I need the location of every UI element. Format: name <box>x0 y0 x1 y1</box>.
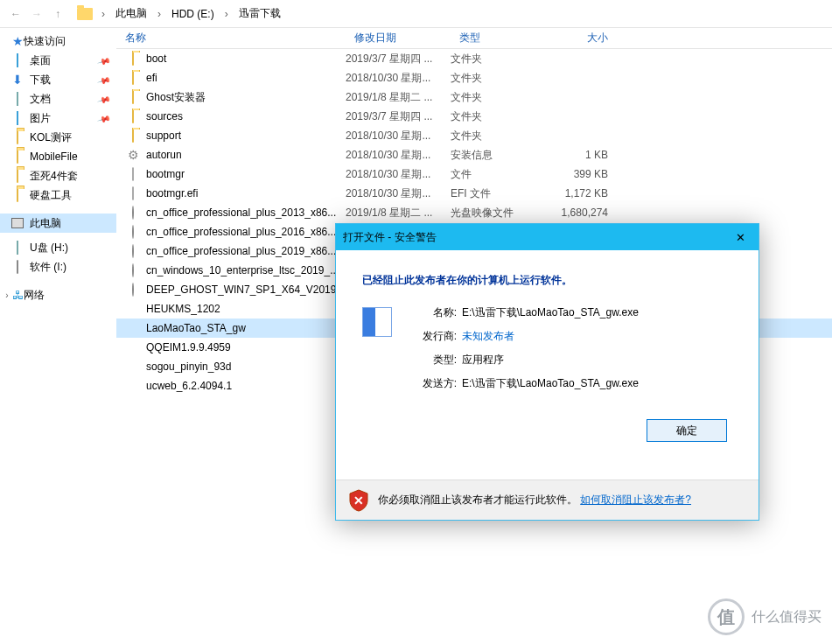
file-name: sogou_pinyin_93d <box>146 360 231 373</box>
crumb-folder[interactable]: 迅雷下载 <box>235 4 284 23</box>
star-icon: ★ <box>12 34 24 48</box>
doc-icon <box>10 92 24 106</box>
file-row[interactable]: efi2018/10/30 星期...文件夹 <box>116 68 832 88</box>
sidebar-item[interactable]: KOL测评 <box>0 128 116 147</box>
close-button[interactable]: ✕ <box>729 228 752 246</box>
crumb-thispc[interactable]: 此电脑 <box>112 4 150 23</box>
file-row[interactable]: cn_office_professional_plus_2013_x86...2… <box>116 203 832 222</box>
sidebar-item-drive[interactable]: 软件 (I:) <box>0 257 116 276</box>
sidebar-label: 歪死4件套 <box>30 169 78 184</box>
value-publisher[interactable]: 未知发布者 <box>457 329 732 344</box>
zip-icon <box>125 301 141 317</box>
folder-icon <box>125 128 141 144</box>
file-size: 1,172 KB <box>547 187 626 200</box>
sidebar-label: 软件 (I:) <box>30 260 66 275</box>
file-name: QQEIM1.9.9.4959 <box>146 341 231 354</box>
sidebar-item[interactable]: 歪死4件套 <box>0 166 116 186</box>
network-icon: 🖧 <box>12 289 24 302</box>
file-row[interactable]: Ghost安装器2019/1/8 星期二 ...文件夹 <box>116 88 832 107</box>
disc-icon <box>132 264 134 276</box>
file-type: 文件夹 <box>451 129 547 144</box>
red-icon <box>125 340 141 355</box>
pin-icon: 📌 <box>97 111 111 125</box>
value-from: E:\迅雷下载\LaoMaoTao_STA_gw.exe <box>457 376 732 391</box>
file-date: 2019/1/8 星期二 ... <box>346 206 451 220</box>
folder-icon <box>10 188 24 202</box>
globe-icon <box>125 320 141 336</box>
pc-icon <box>10 216 24 230</box>
dialog-heading: 已经阻止此发布者在你的计算机上运行软件。 <box>362 273 732 288</box>
sidebar-item[interactable]: ⬇下载📌 <box>0 70 116 89</box>
value-name: E:\迅雷下载\LaoMaoTao_STA_gw.exe <box>457 305 732 320</box>
file-date: 2019/3/7 星期四 ... <box>346 52 451 66</box>
crumb-drive[interactable]: HDD (E:) <box>168 6 218 22</box>
file-row[interactable]: boot2019/3/7 星期四 ...文件夹 <box>116 49 832 68</box>
file-type: 安装信息 <box>451 148 547 163</box>
sidebar-item[interactable]: 桌面📌 <box>0 51 116 70</box>
folder-icon <box>17 189 18 201</box>
drive-icon <box>17 261 18 273</box>
nav-back[interactable]: ← <box>5 4 26 24</box>
nav-up[interactable]: ↑ <box>47 4 68 24</box>
col-name[interactable]: 名称 <box>116 31 346 46</box>
sidebar-label: 桌面 <box>30 53 51 68</box>
folder-icon <box>10 169 24 183</box>
address-bar: ← → ↑ › 此电脑 › HDD (E:) › 迅雷下载 <box>0 0 832 28</box>
watermark-icon: 值 <box>708 598 745 635</box>
security-warning-dialog: 打开文件 - 安全警告 ✕ 已经阻止此发布者在你的计算机上运行软件。 名称:E:… <box>335 223 759 521</box>
nav-fwd[interactable]: → <box>26 4 47 24</box>
pic-icon <box>17 112 18 124</box>
sidebar-item-network[interactable]: › 🖧 网络 <box>0 285 116 304</box>
file-row[interactable]: bootmgr.efi2018/10/30 星期...EFI 文件1,172 K… <box>116 184 832 203</box>
file-row[interactable]: ⚙autorun2018/10/30 星期...安装信息1 KB <box>116 145 832 164</box>
folder-icon <box>132 52 134 65</box>
disc-icon <box>125 243 141 259</box>
file-name: bootmgr <box>146 168 185 180</box>
footer-link[interactable]: 如何取消阻止该发布者? <box>580 494 691 506</box>
folder-icon <box>132 130 134 142</box>
sidebar-label: 网络 <box>24 288 45 303</box>
file-row[interactable]: bootmgr2018/10/30 星期...文件399 KB <box>116 164 832 184</box>
label-name: 名称: <box>409 305 457 320</box>
usb-icon <box>10 241 24 255</box>
col-type[interactable]: 类型 <box>451 31 547 46</box>
quick-access-group[interactable]: ★ 快速访问 <box>0 32 116 51</box>
sidebar-item[interactable]: MobileFile <box>0 147 116 166</box>
footer-text: 你必须取消阻止该发布者才能运行此软件。 <box>378 494 577 506</box>
usb-icon <box>17 242 18 254</box>
col-size[interactable]: 大小 <box>547 31 626 46</box>
folder-icon <box>125 89 141 105</box>
file-date: 2018/10/30 星期... <box>346 129 451 144</box>
dialog-titlebar[interactable]: 打开文件 - 安全警告 ✕ <box>336 224 759 250</box>
disc-icon <box>125 224 141 240</box>
file-name: boot <box>146 52 166 65</box>
sidebar-item-thispc[interactable]: 此电脑 <box>0 214 116 233</box>
file-date: 2018/10/30 星期... <box>346 148 451 163</box>
sidebar-item[interactable]: 图片📌 <box>0 108 116 128</box>
sidebar-item[interactable]: 文档📌 <box>0 89 116 108</box>
sidebar-item-drive[interactable]: U盘 (H:) <box>0 238 116 257</box>
file-name: LaoMaoTao_STA_gw <box>146 322 246 334</box>
column-headers[interactable]: 名称 修改日期 类型 大小 <box>116 28 832 49</box>
file-type: 文件夹 <box>451 109 547 124</box>
watermark-text: 什么值得买 <box>752 608 822 626</box>
breadcrumb[interactable]: › 此电脑 › HDD (E:) › 迅雷下载 <box>77 4 284 23</box>
dialog-title: 打开文件 - 安全警告 <box>343 230 437 245</box>
disc-icon <box>125 205 141 220</box>
file-row[interactable]: support2018/10/30 星期...文件夹 <box>116 126 832 145</box>
pin-icon: 📌 <box>97 73 111 87</box>
ok-button[interactable]: 确定 <box>647 419 727 442</box>
col-date[interactable]: 修改日期 <box>346 31 451 46</box>
orange-icon <box>125 359 141 374</box>
nav-sidebar: ★ 快速访问 桌面📌⬇下载📌文档📌图片📌KOL测评MobileFile歪死4件套… <box>0 28 116 644</box>
file-row[interactable]: sources2019/3/7 星期四 ...文件夹 <box>116 107 832 126</box>
folder-icon <box>10 130 24 144</box>
folder-icon <box>132 72 134 84</box>
file-type: 光盘映像文件 <box>451 206 547 220</box>
sidebar-label: U盘 (H:) <box>30 241 68 256</box>
sidebar-item[interactable]: 硬盘工具 <box>0 186 116 205</box>
file-name: bootmgr.efi <box>146 187 198 200</box>
file-date: 2018/10/30 星期... <box>346 71 451 86</box>
desktop-icon <box>17 54 18 66</box>
label-publisher: 发行商: <box>409 329 457 344</box>
